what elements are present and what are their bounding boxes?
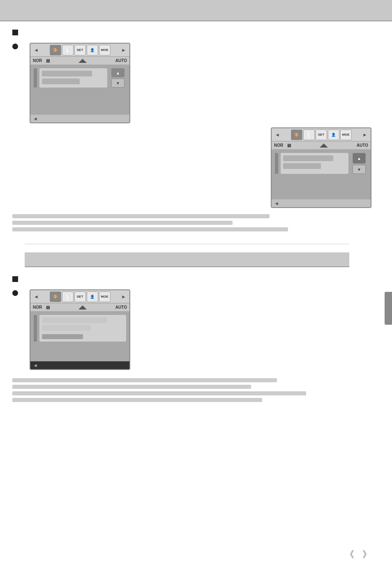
scroll-down-btn-1[interactable]: ▼ xyxy=(111,79,125,88)
status-nor-1: NOR xyxy=(33,58,42,63)
svg-marker-1 xyxy=(320,143,328,148)
toolbar-doc-icon: 📄 xyxy=(62,45,74,55)
camera-body-3 xyxy=(30,312,129,361)
circle-bullet-1 xyxy=(12,44,18,49)
toolbar-mode-icon: MOE xyxy=(99,45,111,55)
selected-btn-2[interactable]: ▲ xyxy=(353,153,366,164)
toolbar-color-icon-3: 🎨 xyxy=(50,291,61,302)
square-bullet-1 xyxy=(12,30,18,35)
section-2-bar xyxy=(25,252,349,267)
status-icon-3: ▤ xyxy=(46,305,50,310)
main-content: ◄ 🎨 📄 SET 👤 MOE ► NOR ▤ xyxy=(0,29,392,402)
status-auto-1: AUTO xyxy=(115,58,127,63)
toolbar-doc-icon-3: 📄 xyxy=(62,291,74,302)
toolbar-nav-2: 🎨 📄 SET 👤 MOE xyxy=(291,129,352,140)
toolbar-left-arrow-2: ◄ xyxy=(274,132,281,138)
camera-row-1: ▲ ▼ xyxy=(34,68,126,88)
left-bar-2 xyxy=(275,153,278,174)
content-panel-3 xyxy=(39,315,126,342)
section-1-header xyxy=(12,29,380,35)
right-controls-1: ▲ ▼ xyxy=(110,68,126,88)
status-nor-2: NOR xyxy=(274,143,283,148)
camera-toolbar-1: ◄ 🎨 📄 SET 👤 MOE ► xyxy=(30,44,129,57)
header-bar xyxy=(0,0,392,21)
camera-toolbar-3: ◄ 🎨 📄 SET 👤 MOE ► xyxy=(30,290,129,303)
bottom-arrow-2: ◄ xyxy=(274,201,279,206)
page-divider xyxy=(25,244,349,244)
camera-row-2: ▲ ▼ xyxy=(275,153,367,174)
status-triangle-1 xyxy=(78,58,87,64)
camera-toolbar-2: ◄ 🎨 📄 SET 👤 MOE ► xyxy=(272,128,371,141)
toolbar-person-icon: 👤 xyxy=(87,45,98,55)
section-1-extra-text xyxy=(12,214,380,231)
status-triangle-3 xyxy=(78,305,87,310)
bottom-nav: 《 》 xyxy=(345,548,371,561)
prev-button[interactable]: 《 xyxy=(345,548,354,561)
camera-status-1: NOR ▤ AUTO xyxy=(30,57,129,65)
toolbar-set-icon-2: SET xyxy=(316,129,327,140)
toolbar-set-icon: SET xyxy=(74,45,86,55)
section-1-sub-header: ◄ 🎨 📄 SET 👤 MOE ► NOR ▤ xyxy=(12,43,380,123)
next-button[interactable]: 》 xyxy=(362,548,371,561)
toolbar-set-icon-3: SET xyxy=(74,291,86,302)
toolbar-person-icon-3: 👤 xyxy=(87,291,98,302)
camera-status-3: NOR ▤ AUTO xyxy=(30,303,129,312)
down-btn-2[interactable]: ▼ xyxy=(353,165,366,174)
toolbar-mode-icon-2: MOE xyxy=(340,129,352,140)
status-icon-1: ▤ xyxy=(46,58,50,63)
toolbar-doc-icon-2: 📄 xyxy=(303,129,315,140)
camera-bottom-3: ◄ xyxy=(30,361,129,369)
svg-marker-2 xyxy=(78,305,87,310)
toolbar-left-arrow: ◄ xyxy=(33,47,39,53)
camera-status-2: NOR ▤ AUTO xyxy=(272,141,371,150)
section-2: ◄ 🎨 📄 SET 👤 MOE ► NOR ▤ xyxy=(12,275,380,402)
toolbar-mode-icon-3: MOE xyxy=(99,291,111,302)
toolbar-left-arrow-3: ◄ xyxy=(33,294,39,300)
camera-ui-3: ◄ 🎨 📄 SET 👤 MOE ► NOR ▤ xyxy=(30,289,130,370)
svg-marker-0 xyxy=(78,59,87,63)
toolbar-right-arrow: ► xyxy=(120,47,127,53)
status-auto-2: AUTO xyxy=(357,143,368,148)
content-panel-2 xyxy=(281,153,348,174)
bottom-arrow-3: ◄ xyxy=(33,363,38,368)
section-2-extra-text xyxy=(12,378,380,402)
camera-body-2: ▲ ▼ xyxy=(272,150,371,199)
right-tab xyxy=(385,292,392,325)
toolbar-right-arrow-3: ► xyxy=(120,294,127,300)
camera-body-1: ▲ ▼ xyxy=(30,65,129,114)
toolbar-person-icon-2: 👤 xyxy=(328,129,339,140)
camera-row-3 xyxy=(34,315,126,342)
content-panel-1 xyxy=(39,68,107,88)
scroll-up-btn-1[interactable]: ▲ xyxy=(111,68,125,77)
toolbar-nav-1: 🎨 📄 SET 👤 MOE xyxy=(50,45,111,55)
camera-bottom-1: ◄ xyxy=(30,114,129,122)
toolbar-nav-3: 🎨 📄 SET 👤 MOE xyxy=(50,291,111,302)
section-1: ◄ 🎨 📄 SET 👤 MOE ► NOR ▤ xyxy=(12,29,380,231)
status-triangle-2 xyxy=(320,143,328,148)
toolbar-right-arrow-2: ► xyxy=(362,132,368,138)
square-bullet-2 xyxy=(12,276,18,282)
status-auto-3: AUTO xyxy=(115,305,127,310)
left-bar-1 xyxy=(34,68,37,88)
status-icon-2: ▤ xyxy=(287,143,291,148)
section-2-body: ◄ 🎨 📄 SET 👤 MOE ► NOR ▤ xyxy=(21,289,134,370)
section-2-header xyxy=(12,275,380,282)
camera-ui-1: ◄ 🎨 📄 SET 👤 MOE ► NOR ▤ xyxy=(30,43,130,123)
right-controls-2: ▲ ▼ xyxy=(351,153,367,174)
status-nor-3: NOR xyxy=(33,305,42,310)
camera-ui-2: ◄ 🎨 📄 SET 👤 MOE ► NOR ▤ xyxy=(271,127,371,208)
camera-bottom-2: ◄ xyxy=(272,199,371,207)
bottom-arrow-1: ◄ xyxy=(33,116,38,122)
section-2-sub-header: ◄ 🎨 📄 SET 👤 MOE ► NOR ▤ xyxy=(12,289,380,370)
toolbar-color-icon-2: 🎨 xyxy=(291,129,302,140)
toolbar-color-icon: 🎨 xyxy=(50,45,61,55)
circle-bullet-2 xyxy=(12,290,18,296)
left-bar-3 xyxy=(34,315,37,342)
section-1-body: ◄ 🎨 📄 SET 👤 MOE ► NOR ▤ xyxy=(21,43,134,123)
